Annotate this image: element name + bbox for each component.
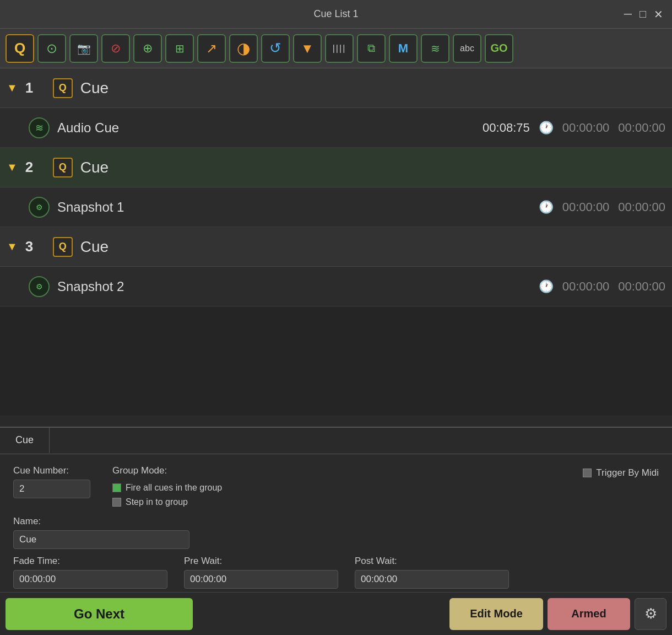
bars-toolbar-icon[interactable]: |||| (325, 34, 354, 63)
triangle-toolbar-icon[interactable]: ▼ (293, 34, 322, 63)
route-toolbar-icon[interactable]: ⊞ (165, 34, 194, 63)
cue-number-group: Cue Number: (13, 465, 90, 498)
group-row-2[interactable]: ▼ 2 Q Cue (0, 148, 672, 187)
q-toolbar-icon[interactable]: Q (6, 34, 34, 63)
child-row-audio-cue[interactable]: ≋ Audio Cue 00:08:75 🕐 00:00:00 00:00:00 (0, 108, 672, 148)
collapse-arrow-2[interactable]: ▼ (7, 161, 18, 174)
bottom-panel: Cue Cue Number: Group Mode: Fire all cue… (0, 427, 672, 592)
pre-wait-group: Pre Wait: (184, 556, 338, 589)
snapshot-2-prewait: 00:00:00 (562, 279, 610, 294)
cue-number-label: Cue Number: (13, 465, 90, 476)
close-button[interactable]: ✕ (654, 8, 663, 21)
layers-toolbar-icon[interactable]: ⧉ (357, 34, 386, 63)
group-mode-label: Group Mode: (112, 465, 222, 476)
circle-half-toolbar-icon[interactable]: ◑ (229, 34, 258, 63)
bottom-tabs: Cue (0, 428, 672, 454)
post-wait-label: Post Wait: (355, 556, 509, 567)
fade-time-group: Fade Time: (13, 556, 167, 589)
fade-time-label: Fade Time: (13, 556, 167, 567)
snapshot-1-times: 🕐 00:00:00 00:00:00 (539, 200, 665, 214)
group-row-3[interactable]: ▼ 3 Q Cue (0, 227, 672, 267)
time-fields-row: Fade Time: Pre Wait: Post Wait: (13, 556, 659, 589)
gear-button[interactable]: ⚙ (635, 598, 666, 630)
maximize-button[interactable]: □ (640, 8, 646, 20)
photo-toolbar-icon[interactable]: 📷 (69, 34, 98, 63)
fade-time-input[interactable] (13, 570, 167, 589)
trigger-midi-checkbox[interactable] (583, 469, 592, 477)
pre-wait-label: Pre Wait: (184, 556, 338, 567)
step-in-label: Step in to group (126, 497, 188, 507)
m-toolbar-icon[interactable]: M (389, 34, 418, 63)
group-number-2: 2 (25, 159, 45, 176)
snapshot-2-name: Snapshot 2 (57, 279, 531, 294)
go-toolbar-icon[interactable]: GO (485, 34, 513, 63)
camera-record-toolbar-icon[interactable]: ⊙ (37, 34, 66, 63)
audio-cue-name: Audio Cue (57, 120, 475, 136)
window-controls: ─ □ ✕ (624, 8, 663, 21)
abc-toolbar-icon[interactable]: abc (453, 34, 481, 63)
pre-wait-input[interactable] (184, 570, 338, 589)
fire-all-checkbox[interactable] (112, 483, 121, 492)
armed-button[interactable]: Armed (548, 598, 630, 630)
audio-cue-icon: ≋ (29, 117, 50, 138)
bottom-bar: Go Next Edit Mode Armed ⚙ (0, 592, 672, 635)
q-badge-2: Q (53, 158, 73, 177)
collapse-arrow-3[interactable]: ▼ (7, 240, 18, 253)
post-wait-group: Post Wait: (355, 556, 509, 589)
cue-list: ▼ 1 Q Cue ≋ Audio Cue 00:08:75 🕐 00:00:0… (0, 68, 672, 416)
audio-cue-duration: 00:08:75 (483, 121, 530, 135)
snapshot-2-icon: ⚙ (29, 276, 50, 297)
tab-cue[interactable]: Cue (0, 428, 50, 454)
trigger-midi-label: Trigger By Midi (596, 467, 659, 478)
group-label-3: Cue (80, 238, 109, 256)
step-in-checkbox[interactable] (112, 498, 121, 507)
gear-icon: ⚙ (644, 605, 657, 622)
audio-cue-prewait: 00:00:00 (562, 121, 610, 135)
snapshot-1-icon: ⚙ (29, 197, 50, 218)
snapshot-2-times: 🕐 00:00:00 00:00:00 (539, 279, 665, 294)
form-area: Cue Number: Group Mode: Fire all cues in… (0, 454, 672, 596)
name-group: Name: (13, 516, 189, 549)
arrow-toolbar-icon[interactable]: ↗ (197, 34, 226, 63)
group-mode-section: Group Mode: Fire all cues in the group S… (112, 465, 222, 507)
name-label: Name: (13, 516, 189, 527)
group-row-1[interactable]: ▼ 1 Q Cue (0, 68, 672, 108)
form-row-1: Cue Number: Group Mode: Fire all cues in… (13, 465, 659, 507)
cue-number-input[interactable] (13, 480, 90, 498)
clock-icon-2: 🕐 (539, 200, 554, 214)
clock-icon-1: 🕐 (539, 121, 554, 135)
child-row-snapshot-2[interactable]: ⚙ Snapshot 2 🕐 00:00:00 00:00:00 (0, 267, 672, 306)
snapshot-1-name: Snapshot 1 (57, 200, 531, 215)
window-title: Cue List 1 (313, 8, 358, 20)
form-row-2: Name: (13, 516, 659, 549)
minimize-button[interactable]: ─ (624, 8, 632, 20)
group-number-3: 3 (25, 238, 45, 255)
upload-toolbar-icon[interactable]: ⊕ (133, 34, 162, 63)
snapshot-2-postwait: 00:00:00 (618, 279, 665, 294)
collapse-arrow-1[interactable]: ▼ (7, 82, 18, 94)
audio-cue-postwait: 00:00:00 (618, 121, 665, 135)
trigger-midi-section[interactable]: Trigger By Midi (583, 465, 659, 478)
edit-mode-button[interactable]: Edit Mode (449, 598, 543, 630)
step-in-row[interactable]: Step in to group (112, 497, 222, 507)
name-input[interactable] (13, 530, 189, 549)
post-wait-input[interactable] (355, 570, 509, 589)
wave-toolbar-icon[interactable]: ≋ (421, 34, 449, 63)
loop-toolbar-icon[interactable]: ↺ (261, 34, 290, 63)
toolbar: Q ⊙ 📷 ⊘ ⊕ ⊞ ↗ ◑ ↺ ▼ |||| ⧉ M ≋ abc GO (0, 29, 672, 68)
group-number-1: 1 (25, 79, 45, 96)
fire-all-label: Fire all cues in the group (126, 483, 222, 493)
go-next-button[interactable]: Go Next (6, 598, 193, 630)
group-label-1: Cue (80, 79, 109, 97)
title-bar: Cue List 1 ─ □ ✕ (0, 0, 672, 29)
group-label-2: Cue (80, 159, 109, 176)
audio-cue-times: 00:08:75 🕐 00:00:00 00:00:00 (483, 121, 665, 135)
snapshot-1-prewait: 00:00:00 (562, 200, 610, 214)
child-row-snapshot-1[interactable]: ⚙ Snapshot 1 🕐 00:00:00 00:00:00 (0, 187, 672, 227)
q-badge-1: Q (53, 78, 73, 98)
no-entry-toolbar-icon[interactable]: ⊘ (101, 34, 130, 63)
fire-all-row[interactable]: Fire all cues in the group (112, 483, 222, 493)
clock-icon-3: 🕐 (539, 279, 554, 294)
q-badge-3: Q (53, 237, 73, 257)
snapshot-1-postwait: 00:00:00 (618, 200, 665, 214)
